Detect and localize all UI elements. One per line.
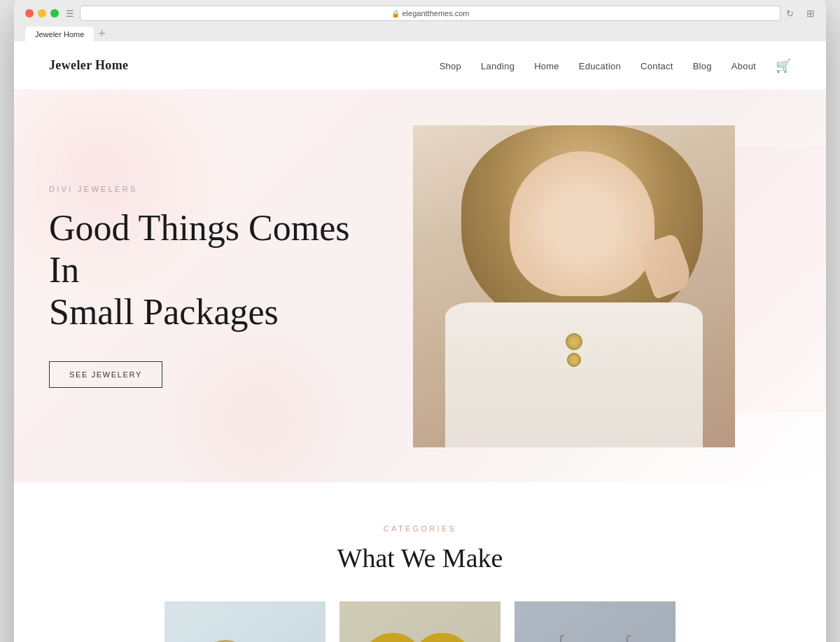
browser-tab[interactable]: Jeweler Home [25, 27, 94, 41]
portrait-body [445, 302, 703, 447]
fan-hook-right [626, 635, 631, 643]
rings-bg [164, 601, 326, 642]
pendant-2 [567, 353, 581, 367]
close-button[interactable] [25, 9, 34, 18]
hero-title-line1: Good Things Comes In [49, 208, 350, 290]
necklace [566, 333, 582, 367]
website-content: Jeweler Home Shop Landing Home Education… [14, 41, 826, 642]
nav-landing[interactable]: Landing [481, 61, 514, 71]
hero-eyebrow: DIVI JEWELERS [49, 185, 385, 193]
category-card-hoops[interactable] [340, 601, 500, 642]
pendant-1 [566, 333, 582, 350]
hoop-right [411, 633, 474, 642]
hero-cta-button[interactable]: SEE JEWELERY [49, 361, 162, 388]
list-icon: ☰ [66, 8, 74, 19]
category-card-rings[interactable] [164, 601, 326, 642]
address-bar[interactable]: 🔒 elegantthemes.com [80, 6, 780, 21]
nav-blog[interactable]: Blog [693, 61, 712, 71]
tab-label: Jeweler Home [35, 30, 84, 39]
hero-portrait [413, 125, 735, 447]
categories-title: What We Make [49, 543, 791, 573]
url-text: elegantthemes.com [402, 9, 470, 18]
refresh-icon[interactable]: ↻ [786, 8, 794, 19]
hero-image-container [413, 125, 735, 447]
categories-eyebrow: CATEGORIES [49, 524, 791, 533]
nav-contact[interactable]: Contact [640, 61, 673, 71]
lock-icon: 🔒 [391, 10, 400, 18]
categories-section: CATEGORIES What We Make [14, 482, 826, 642]
navbar: Jeweler Home Shop Landing Home Education… [14, 41, 826, 90]
minimize-button[interactable] [38, 9, 46, 18]
fans-image [514, 601, 676, 642]
site-logo[interactable]: Jeweler Home [49, 58, 128, 73]
browser-chrome: ☰ 🔒 elegantthemes.com ↻ ⊞ Jeweler Home + [14, 0, 826, 41]
new-tab-button[interactable]: + [94, 27, 110, 41]
cart-icon[interactable]: 🛒 [776, 59, 791, 73]
hoops-image [340, 601, 500, 642]
nav-home[interactable]: Home [534, 61, 559, 71]
hero-title-line2: Small Packages [49, 292, 279, 332]
nav-links: Shop Landing Home Education Contact Blog… [440, 58, 791, 74]
traffic-lights [25, 9, 59, 18]
hero-content: DIVI JEWELERS Good Things Comes In Small… [49, 185, 413, 387]
hero-section: DIVI JEWELERS Good Things Comes In Small… [14, 90, 826, 482]
portrait-face [510, 151, 654, 296]
hero-title: Good Things Comes In Small Packages [49, 207, 385, 333]
nav-shop[interactable]: Shop [440, 61, 461, 71]
browser-window: ☰ 🔒 elegantthemes.com ↻ ⊞ Jeweler Home +… [14, 0, 826, 642]
hoop-left [361, 633, 424, 642]
maximize-button[interactable] [50, 9, 59, 18]
fan-right [606, 635, 651, 643]
nav-about[interactable]: About [732, 61, 756, 71]
new-window-icon[interactable]: ⊞ [806, 8, 815, 19]
fan-hook-left [560, 635, 564, 643]
categories-grid [49, 601, 791, 642]
fan-left [539, 635, 584, 643]
nav-education[interactable]: Education [579, 61, 621, 71]
category-card-fans[interactable] [514, 601, 676, 642]
rings-image [164, 601, 326, 642]
